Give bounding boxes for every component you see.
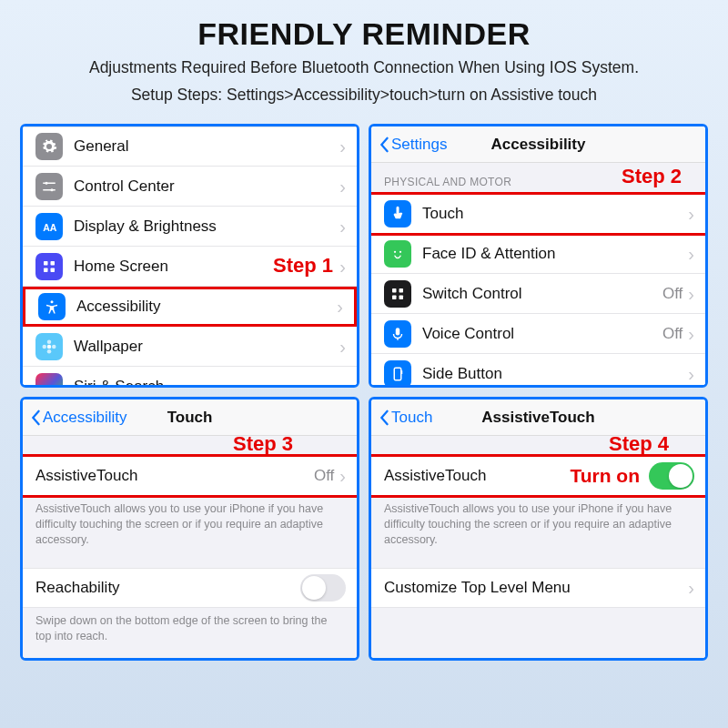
- text-size-icon: AA: [35, 213, 63, 240]
- panel-step-1: General › Control Center › AA Display & …: [20, 124, 359, 388]
- chevron-right-icon: ›: [688, 245, 694, 263]
- row-label: Reachability: [35, 579, 300, 597]
- row-label: Siri & Search: [74, 378, 339, 386]
- row-value: Off: [314, 467, 334, 485]
- row-label: Home Screen: [74, 258, 339, 276]
- row-assistivetouch-toggle[interactable]: AssistiveTouch Turn on: [371, 456, 705, 496]
- chevron-right-icon: ›: [688, 325, 694, 343]
- chevron-right-icon: ›: [339, 467, 346, 485]
- svg-rect-20: [399, 295, 404, 299]
- chevron-left-icon: [379, 136, 389, 153]
- panel-step-4: Touch AssistiveTouch AssistiveTouch Turn…: [369, 397, 708, 661]
- gear-icon: [35, 133, 63, 160]
- siri-icon: [35, 373, 63, 386]
- reachability-toggle[interactable]: [300, 574, 346, 602]
- panel-step-3: Accessibility Touch AssistiveTouch Off ›…: [20, 397, 359, 661]
- row-label: Control Center: [74, 177, 339, 196]
- row-label: Touch: [422, 205, 688, 223]
- row-switch-control[interactable]: Switch Control Off ›: [371, 274, 705, 314]
- row-side-button[interactable]: Side Button ›: [371, 354, 705, 385]
- chevron-left-icon: [30, 410, 41, 426]
- row-display-brightness[interactable]: AA Display & Brightness ›: [23, 207, 357, 247]
- row-home-screen[interactable]: Home Screen ›: [23, 247, 357, 287]
- navbar: Accessibility Touch: [23, 399, 357, 436]
- chevron-right-icon: ›: [688, 579, 694, 597]
- row-control-center[interactable]: Control Center ›: [23, 167, 357, 207]
- row-general[interactable]: General ›: [23, 126, 357, 167]
- row-label: Switch Control: [422, 285, 662, 303]
- back-button[interactable]: Touch: [379, 409, 432, 427]
- row-value: Off: [662, 325, 682, 343]
- row-label: Side Button: [422, 365, 688, 383]
- flower-icon: [35, 333, 63, 360]
- back-label: Touch: [391, 409, 432, 427]
- row-label: Wallpaper: [74, 338, 339, 356]
- svg-point-13: [43, 345, 47, 349]
- svg-rect-22: [394, 368, 401, 380]
- turn-on-label: Turn on: [570, 465, 640, 487]
- face-id-icon: [384, 240, 411, 268]
- switch-icon: [384, 280, 411, 308]
- row-siri-search[interactable]: Siri & Search ›: [23, 367, 357, 385]
- row-assistivetouch[interactable]: AssistiveTouch Off ›: [23, 456, 357, 496]
- svg-rect-19: [392, 295, 397, 299]
- section-header: PHYSICAL AND MOTOR: [371, 163, 705, 194]
- row-label: General: [74, 137, 339, 156]
- chevron-right-icon: ›: [339, 177, 346, 196]
- touch-icon: [384, 200, 411, 228]
- svg-point-11: [47, 339, 52, 344]
- assistivetouch-desc: AssistiveTouch allows you to use your iP…: [371, 496, 705, 557]
- row-touch[interactable]: Touch ›: [371, 194, 705, 234]
- back-button[interactable]: Accessibility: [30, 409, 127, 427]
- mic-icon: [384, 320, 411, 348]
- navbar: Settings Accessibility: [371, 126, 705, 163]
- chevron-right-icon: ›: [337, 298, 343, 316]
- home-grid-icon: [35, 253, 63, 280]
- panel-step-2: Settings Accessibility PHYSICAL AND MOTO…: [369, 124, 708, 388]
- svg-rect-21: [396, 328, 400, 335]
- row-label: Display & Brightness: [74, 217, 339, 236]
- row-value: Off: [662, 285, 682, 303]
- row-wallpaper[interactable]: Wallpaper ›: [23, 327, 357, 367]
- chevron-right-icon: ›: [339, 378, 346, 386]
- header: FRIENDLY REMINDER Adjustments Required B…: [0, 0, 728, 115]
- chevron-right-icon: ›: [339, 258, 346, 276]
- svg-text:AA: AA: [43, 221, 57, 232]
- svg-rect-8: [51, 268, 56, 272]
- row-accessibility[interactable]: Accessibility ›: [23, 287, 357, 327]
- chevron-right-icon: ›: [688, 285, 694, 303]
- svg-rect-3: [43, 189, 56, 191]
- chevron-right-icon: ›: [339, 137, 346, 156]
- svg-point-10: [47, 345, 52, 349]
- navbar: Touch AssistiveTouch: [371, 399, 705, 436]
- row-faceid[interactable]: Face ID & Attention ›: [371, 234, 705, 274]
- svg-point-16: [399, 250, 401, 252]
- chevron-right-icon: ›: [688, 365, 694, 383]
- svg-point-12: [47, 349, 52, 354]
- svg-rect-17: [392, 288, 397, 293]
- chevron-left-icon: [379, 410, 389, 426]
- svg-point-15: [394, 250, 396, 252]
- back-button[interactable]: Settings: [379, 136, 447, 154]
- back-label: Settings: [391, 136, 447, 154]
- subtitle-1: Adjustments Required Before Bluetooth Co…: [36, 57, 692, 79]
- svg-rect-6: [51, 261, 56, 266]
- svg-point-14: [52, 345, 56, 349]
- back-label: Accessibility: [43, 409, 127, 427]
- side-button-icon: [384, 360, 411, 386]
- row-label: Face ID & Attention: [422, 245, 688, 263]
- svg-rect-18: [399, 288, 404, 293]
- row-voice-control[interactable]: Voice Control Off ›: [371, 314, 705, 354]
- assistivetouch-toggle[interactable]: [649, 462, 694, 490]
- page-title: FRIENDLY REMINDER: [36, 16, 692, 52]
- reachability-desc: Swipe down on the bottom edge of the scr…: [23, 608, 357, 653]
- svg-rect-7: [44, 268, 48, 272]
- row-label: AssistiveTouch: [35, 467, 314, 485]
- row-reachability[interactable]: Reachability: [23, 568, 357, 608]
- sliders-icon: [35, 173, 63, 200]
- svg-rect-5: [44, 261, 48, 266]
- assistivetouch-desc: AssistiveTouch allows you to use your iP…: [23, 496, 357, 557]
- svg-point-9: [51, 301, 54, 304]
- svg-rect-23: [401, 370, 403, 374]
- row-customize-menu[interactable]: Customize Top Level Menu ›: [371, 568, 705, 608]
